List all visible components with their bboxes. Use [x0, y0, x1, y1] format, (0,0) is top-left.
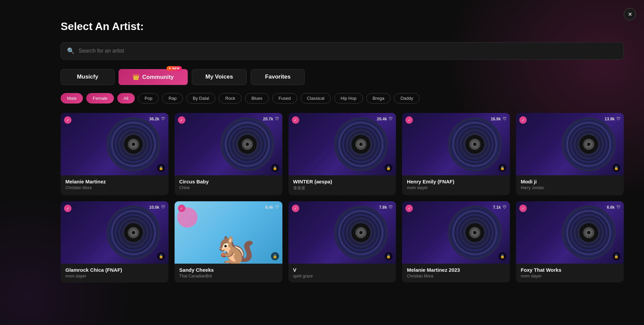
filter-rap[interactable]: Rap	[162, 93, 183, 104]
heart-icon: ♡	[502, 205, 507, 210]
lock-icon: 🔒	[157, 252, 165, 260]
vinyl-container	[334, 206, 388, 260]
tab-favorites[interactable]: Favorites	[251, 69, 305, 85]
likes-count: 16.9k	[491, 117, 501, 121]
artist-card-2[interactable]: ✓ 20.7k ♡ 🔒 Circus Baby Chloe	[175, 113, 282, 195]
vinyl-disc	[562, 206, 616, 260]
filter-daddy[interactable]: Daddy	[394, 93, 420, 104]
vinyl-disc	[334, 206, 388, 260]
card-image: 🐿️ ✓ 8.4k ♡ 🔒	[175, 201, 282, 264]
heart-icon: ♡	[275, 116, 279, 121]
filter-brega[interactable]: Brega	[366, 93, 391, 104]
artist-card-7[interactable]: 🐿️ ✓ 8.4k ♡ 🔒 Sandy Cheeks That Canadian…	[175, 201, 282, 283]
page-title: Select An Artist:	[61, 20, 624, 33]
vinyl-disc	[448, 206, 502, 260]
new-badge: ✦ NEW	[166, 66, 182, 71]
artist-name: Melanie Martinez 2023	[407, 267, 505, 273]
main-container: Select An Artist: 🔍 Musicfy 👑 Community …	[61, 20, 624, 318]
card-likes: 20.4k ♡	[377, 116, 393, 121]
vinyl-container	[106, 206, 160, 260]
artist-creator: mom slayer	[521, 274, 619, 278]
artist-card-3[interactable]: ✓ 20.4k ♡ 🔒 WINTER (aespa) 章美里	[288, 113, 396, 195]
lock-icon: 🔒	[157, 164, 165, 172]
tab-musicfy[interactable]: Musicfy	[61, 69, 115, 85]
artist-card-6[interactable]: ✓ 10.0k ♡ 🔒 Glamrock Chica (FNAF) mom sl…	[61, 201, 168, 283]
filter-fused[interactable]: Fused	[272, 93, 297, 104]
card-image: ✓ 7.1k ♡ 🔒	[402, 201, 510, 264]
likes-count: 7.8k	[379, 205, 387, 210]
filter-all[interactable]: All	[117, 93, 135, 104]
verified-badge: ✓	[178, 205, 185, 212]
filter-male[interactable]: Male	[61, 93, 83, 104]
artist-card-5[interactable]: ✓ 13.9k ♡ 🔒 Modi ji Harry Jordan	[516, 113, 624, 195]
heart-icon: ♡	[616, 205, 620, 210]
vinyl-hole	[132, 143, 135, 146]
vinyl-disc	[562, 117, 616, 171]
card-image: ✓ 20.7k ♡ 🔒	[175, 113, 282, 175]
vinyl-disc	[106, 117, 160, 171]
filters-row: Male Female All Pop Rap By Dalal Rock Bl…	[61, 93, 624, 104]
vinyl-hole	[587, 143, 590, 146]
artist-creator: mom slayer	[407, 185, 505, 190]
likes-count: 10.0k	[149, 205, 159, 210]
tab-community[interactable]: 👑 Community ✦ NEW	[119, 69, 188, 85]
tab-my-voices[interactable]: My Voices	[192, 69, 247, 85]
artist-creator: 章美里	[293, 185, 392, 191]
verified-badge: ✓	[178, 116, 185, 124]
card-image: ✓ 6.6k ♡ 🔒	[516, 201, 624, 264]
tabs-row: Musicfy 👑 Community ✦ NEW My Voices Favo…	[61, 69, 624, 85]
heart-icon: ♡	[502, 116, 507, 121]
artist-creator: Christian Mora	[65, 185, 164, 190]
verified-badge: ✓	[64, 205, 71, 212]
heart-icon: ♡	[616, 116, 620, 121]
artist-card-4[interactable]: ✓ 16.9k ♡ 🔒 Henry Emily (FNAF) mom slaye…	[402, 113, 510, 195]
artist-card-1[interactable]: ✓ 36.2k ♡ 🔒 Melanie Martinez Christian M…	[61, 113, 168, 195]
search-input[interactable]	[79, 48, 617, 54]
artist-creator: spirit graze	[293, 274, 392, 278]
heart-icon: ♡	[275, 205, 279, 210]
card-likes: 16.9k ♡	[491, 116, 507, 121]
vinyl-disc	[448, 117, 502, 171]
card-info: Modi ji Harry Jordan	[516, 175, 624, 194]
artist-name: Henry Emily (FNAF)	[407, 179, 505, 184]
lock-icon: 🔒	[385, 252, 393, 260]
likes-count: 36.2k	[149, 117, 159, 121]
vinyl-hub	[241, 138, 253, 150]
filter-blues[interactable]: Blues	[245, 93, 269, 104]
heart-icon: ♡	[161, 205, 165, 210]
filter-by-dalal[interactable]: By Dalal	[186, 93, 215, 104]
lock-icon: 🔒	[271, 252, 279, 260]
filter-hip-hop[interactable]: Hip Hop	[334, 93, 363, 104]
vinyl-hole	[132, 231, 135, 234]
card-likes: 6.6k ♡	[607, 205, 620, 210]
vinyl-hole	[359, 143, 363, 146]
verified-badge: ✓	[519, 116, 527, 124]
filter-pop[interactable]: Pop	[138, 93, 159, 104]
artist-card-8[interactable]: ✓ 7.8k ♡ 🔒 V spirit graze	[288, 201, 396, 283]
lock-icon: 🔒	[612, 252, 620, 260]
vinyl-hub	[355, 227, 367, 239]
filter-female[interactable]: Female	[86, 93, 114, 104]
card-likes: 20.7k ♡	[263, 116, 279, 121]
vinyl-hub	[583, 138, 595, 150]
card-image: ✓ 13.9k ♡ 🔒	[516, 113, 624, 175]
artist-name: Melanie Martinez	[65, 179, 164, 184]
vinyl-container	[106, 117, 160, 171]
filter-classical[interactable]: Classical	[301, 93, 331, 104]
likes-count: 8.4k	[265, 205, 273, 210]
vinyl-hub	[469, 227, 481, 239]
vinyl-hub	[355, 138, 367, 150]
artist-card-10[interactable]: ✓ 6.6k ♡ 🔒 Foxy That Works mom slayer	[516, 201, 624, 283]
vinyl-hub	[583, 227, 595, 239]
filter-rock[interactable]: Rock	[219, 93, 242, 104]
vinyl-disc	[106, 206, 160, 260]
vinyl-container	[562, 206, 616, 260]
artist-card-9[interactable]: ✓ 7.1k ♡ 🔒 Melanie Martinez 2023 Christi…	[402, 201, 510, 283]
close-button[interactable]: ✕	[624, 8, 636, 20]
card-likes: 7.1k ♡	[493, 205, 507, 210]
artist-creator: mom slayer	[65, 274, 164, 278]
vinyl-container	[448, 206, 502, 260]
vinyl-container	[562, 117, 616, 171]
likes-count: 7.1k	[493, 205, 501, 210]
artist-name: Glamrock Chica (FNAF)	[65, 267, 164, 273]
